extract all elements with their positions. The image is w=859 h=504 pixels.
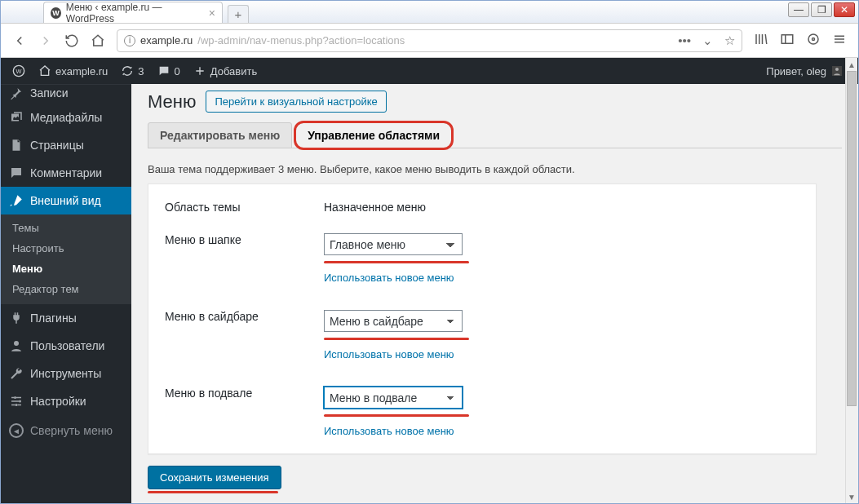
admin-sidebar: Записи Медиафайлы Страницы Комментарии В… bbox=[1, 84, 131, 503]
window-close-button[interactable]: ✕ bbox=[834, 2, 855, 17]
location-name: Меню в сайдбаре bbox=[160, 298, 319, 375]
tools-wrench-icon bbox=[9, 366, 24, 381]
url-host: example.ru bbox=[140, 34, 193, 46]
plugin-icon bbox=[9, 311, 24, 325]
adminbar-add[interactable]: Добавить bbox=[187, 58, 263, 84]
media-icon bbox=[9, 110, 24, 125]
scrollbar-thumb[interactable] bbox=[847, 71, 857, 406]
page-title: Меню bbox=[148, 91, 196, 113]
sidebar-item-tools[interactable]: Инструменты bbox=[1, 360, 131, 387]
sidebar-item-comments[interactable]: Комментарии bbox=[1, 159, 131, 187]
tab-manage-locations[interactable]: Управление областями bbox=[295, 122, 452, 148]
sidebar-item-appearance[interactable]: Внешний вид bbox=[1, 187, 131, 214]
submenu-themes[interactable]: Темы bbox=[1, 218, 131, 238]
svg-point-2 bbox=[813, 38, 815, 41]
browser-tab[interactable]: W Меню ‹ example.ru — WordPress × bbox=[43, 2, 223, 23]
svg-point-1 bbox=[808, 34, 818, 44]
svg-text:W: W bbox=[16, 68, 22, 75]
new-tab-button[interactable]: + bbox=[228, 5, 249, 23]
site-info-icon[interactable]: i bbox=[124, 35, 135, 46]
tab-title: Меню ‹ example.ru — WordPress bbox=[66, 2, 201, 24]
extensions-icon[interactable] bbox=[806, 32, 821, 49]
location-name: Меню в подвале bbox=[160, 375, 319, 452]
wp-adminbar: W example.ru 3 0 Добавить Привет, oleg bbox=[1, 58, 858, 84]
assigned-menu-select[interactable]: Меню в подвале bbox=[324, 387, 463, 409]
page-action-dots-icon[interactable]: ••• bbox=[678, 33, 691, 48]
tab-close-icon[interactable]: × bbox=[206, 7, 215, 20]
url-path: /wp-admin/nav-menus.php?action=locations bbox=[197, 34, 405, 46]
user-icon bbox=[9, 338, 24, 353]
scrollbar-down-arrow-icon[interactable]: ▼ bbox=[848, 490, 856, 503]
pin-icon bbox=[9, 86, 24, 100]
adminbar-wp-logo[interactable]: W bbox=[6, 58, 32, 84]
location-row: Меню в подвалеМеню в подвалеИспользовать… bbox=[160, 375, 804, 452]
sidebar-item-posts[interactable]: Записи bbox=[1, 84, 131, 104]
svg-point-6 bbox=[835, 68, 839, 71]
svg-point-7 bbox=[14, 341, 19, 346]
col-assigned-menu: Назначенное меню bbox=[319, 192, 804, 222]
save-changes-button[interactable]: Сохранить изменения bbox=[148, 466, 281, 489]
use-new-menu-link[interactable]: Использовать новое меню bbox=[324, 425, 454, 437]
assigned-menu-select[interactable]: Меню в сайдбаре bbox=[324, 310, 463, 332]
svg-point-9 bbox=[19, 400, 21, 403]
forward-button[interactable] bbox=[38, 33, 53, 48]
menu-hamburger-icon[interactable] bbox=[832, 32, 847, 49]
address-bar[interactable]: i example.ru/wp-admin/nav-menus.php?acti… bbox=[117, 29, 742, 52]
wordpress-favicon: W bbox=[51, 7, 61, 19]
back-button[interactable] bbox=[12, 33, 27, 48]
svg-point-10 bbox=[15, 404, 18, 406]
sidebar-item-users[interactable]: Пользователи bbox=[1, 332, 131, 360]
sidebar-item-plugins[interactable]: Плагины bbox=[1, 304, 131, 332]
vertical-scrollbar[interactable]: ▲ ▼ bbox=[845, 58, 857, 503]
sidebar-item-media[interactable]: Медиафайлы bbox=[1, 104, 131, 131]
content-area: Меню Перейти к визуальной настройке Реда… bbox=[131, 84, 858, 503]
adminbar-updates[interactable]: 3 bbox=[114, 58, 150, 84]
svg-rect-0 bbox=[782, 35, 793, 44]
assigned-menu-select[interactable]: Главное меню bbox=[324, 233, 463, 255]
browser-toolbar: i example.ru/wp-admin/nav-menus.php?acti… bbox=[1, 24, 858, 58]
location-name: Меню в шапке bbox=[160, 222, 319, 298]
submenu-menus[interactable]: Меню bbox=[1, 259, 131, 279]
scrollbar-up-arrow-icon[interactable]: ▲ bbox=[848, 58, 856, 71]
settings-sliders-icon bbox=[9, 394, 24, 409]
use-new-menu-link[interactable]: Использовать новое меню bbox=[324, 348, 454, 360]
submenu-customize[interactable]: Настроить bbox=[1, 238, 131, 259]
window-titlebar: W Меню ‹ example.ru — WordPress × + — ❐ … bbox=[1, 1, 858, 24]
admin-footer: Спасибо вам за творчество с WordPress. С… bbox=[148, 493, 842, 503]
sidebar-item-settings[interactable]: Настройки bbox=[1, 387, 131, 415]
sidebar-collapse[interactable]: ◄ Свернуть меню bbox=[1, 415, 131, 446]
submenu-theme-editor[interactable]: Редактор тем bbox=[1, 279, 131, 299]
col-theme-location: Область темы bbox=[160, 192, 319, 222]
home-button[interactable] bbox=[91, 33, 105, 48]
sidebar-item-pages[interactable]: Страницы bbox=[1, 131, 131, 159]
use-new-menu-link[interactable]: Использовать новое меню bbox=[324, 272, 454, 284]
location-row: Меню в шапкеГлавное менюИспользовать нов… bbox=[160, 222, 804, 298]
locations-description: Ваша тема поддерживает 3 меню. Выберите,… bbox=[148, 163, 842, 175]
annotation-underline bbox=[324, 338, 469, 340]
adminbar-account[interactable]: Привет, oleg bbox=[759, 58, 850, 84]
sidebar-submenu-appearance: Темы Настроить Меню Редактор тем bbox=[1, 214, 131, 304]
page-icon bbox=[9, 138, 24, 153]
svg-point-8 bbox=[14, 396, 16, 399]
appearance-brush-icon bbox=[9, 193, 24, 208]
tab-edit-menus[interactable]: Редактировать меню bbox=[148, 122, 292, 148]
window-minimize-button[interactable]: — bbox=[788, 2, 809, 17]
library-icon[interactable] bbox=[754, 32, 768, 49]
annotation-underline bbox=[324, 414, 469, 417]
adminbar-comments[interactable]: 0 bbox=[151, 58, 187, 84]
reload-button[interactable] bbox=[64, 33, 79, 48]
comment-icon bbox=[9, 166, 24, 180]
window-maximize-button[interactable]: ❐ bbox=[811, 2, 832, 17]
annotation-underline bbox=[324, 261, 469, 263]
bookmark-star-icon[interactable]: ☆ bbox=[724, 33, 735, 48]
visual-customize-button[interactable]: Перейти к визуальной настройке bbox=[206, 91, 386, 113]
locations-panel: Область темы Назначенное меню Меню в шап… bbox=[148, 183, 817, 454]
collapse-arrow-icon: ◄ bbox=[9, 423, 24, 438]
adminbar-site[interactable]: example.ru bbox=[32, 58, 114, 84]
save-pocket-icon[interactable]: ⌄ bbox=[702, 33, 713, 48]
nav-tab-wrapper: Редактировать меню Управление областями bbox=[148, 122, 842, 148]
location-row: Меню в сайдбареМеню в сайдбареИспользова… bbox=[160, 298, 804, 375]
sidebar-toggle-icon[interactable] bbox=[780, 32, 795, 49]
